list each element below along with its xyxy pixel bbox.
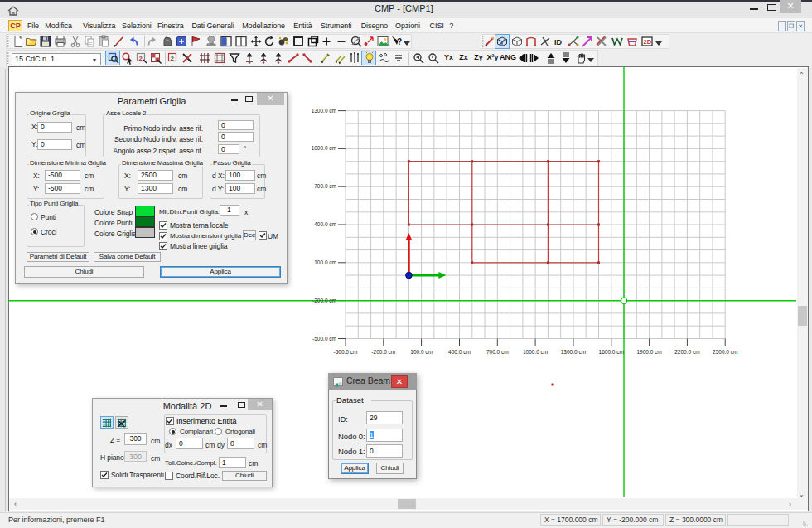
svg-text:2: 2: [139, 55, 143, 62]
svg-text:2: 2: [171, 55, 175, 62]
svg-text:2D: 2D: [644, 38, 652, 46]
svg-text:ID: ID: [554, 38, 563, 46]
